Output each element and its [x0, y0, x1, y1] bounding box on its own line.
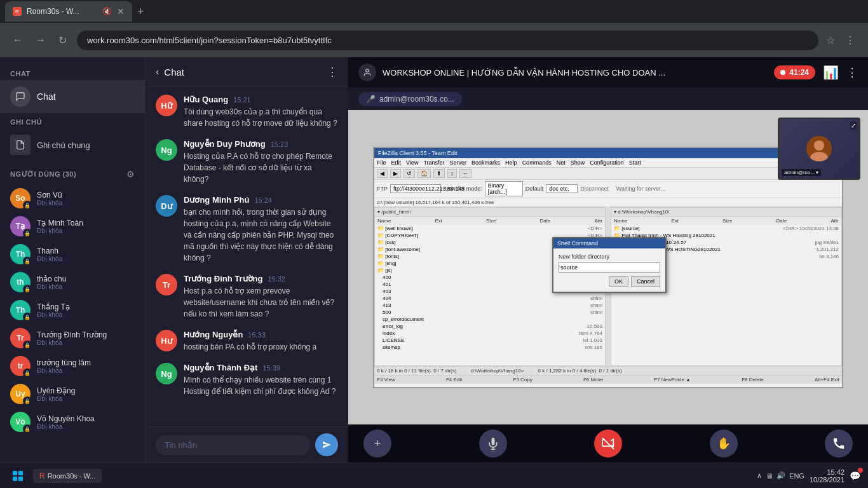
reload-button[interactable]: ↻	[56, 32, 69, 49]
msg-avatar: Hữ	[156, 95, 177, 116]
user-item[interactable]: Võ 🔒 Võ Nguyên Khoa Đbị khóa	[0, 408, 145, 436]
sidebar-note-label: Ghi chú chung	[37, 140, 90, 150]
msg-header: Nguyễn Duy Phương 15:23	[184, 139, 338, 149]
user-avatar: So 🔒	[10, 188, 31, 208]
user-avatar: Th 🔒	[10, 300, 31, 320]
user-item[interactable]: Th 🔒 Thanh Đbị khóa	[0, 240, 145, 268]
fz-statusbar: 0 k / 18 k in 0 / 11 file(s). 0 / 7 dir(…	[374, 366, 842, 375]
presenter-label: admin@room30s.co...	[379, 95, 454, 104]
sidebar: CHAT Chat GHI CHÚ Ghi chú chung NGƯỜI DÙ…	[0, 57, 145, 463]
user-info: Tạ Minh Toàn Đbị khóa	[37, 219, 83, 234]
forward-button[interactable]: →	[33, 32, 48, 48]
chat-icon	[10, 86, 31, 107]
raise-hand-button[interactable]: ✋	[710, 430, 738, 458]
user-avatar: Uy 🔒	[10, 384, 31, 404]
msg-header: Hướng Nguyễn 15:33	[184, 330, 338, 339]
bar-chart-icon[interactable]: 📊	[823, 65, 839, 80]
user-item[interactable]: Tr 🔒 Trướng Đình Trường Đbị khóa	[0, 324, 145, 352]
taskbar-arrow-up[interactable]: ∧	[757, 471, 762, 480]
user-name: Trướng Đình Trường	[37, 330, 107, 339]
pip-expand-button[interactable]: ⤢	[850, 121, 857, 130]
chat-messages: Hữ Hữu Quang 15:21 Tôi dùng web30s của p…	[146, 87, 348, 426]
mic-icon: 🎤	[366, 95, 376, 104]
address-bar[interactable]	[77, 30, 818, 50]
lock-badge: 🔒	[23, 396, 32, 405]
sidebar-note-item[interactable]: Ghi chú chung	[0, 128, 145, 161]
chat-more-button[interactable]: ⋮	[327, 65, 338, 79]
video-header-right: 41:24 📊 ⋮	[774, 65, 858, 80]
pip-label: admin@roo... ▾	[782, 169, 821, 176]
video-main: FileZilla Client 3.55 - Team Edit _ □ ✕ …	[348, 110, 868, 424]
back-button[interactable]: ←	[10, 32, 25, 48]
user-item[interactable]: Uy 🔒 Uyên Đặng Đbị khóa	[0, 380, 145, 408]
lock-badge: 🔒	[23, 424, 32, 433]
rec-dot	[780, 70, 785, 75]
rec-time: 41:24	[789, 68, 809, 77]
msg-content: Nguyễn Duy Phương 15:23 Hosting của P.A …	[184, 139, 338, 185]
audio-button[interactable]	[479, 430, 507, 458]
user-name: Thắng Tạ	[37, 302, 70, 311]
lock-badge: 🔒	[23, 341, 32, 349]
chat-back-button[interactable]: ‹	[156, 66, 159, 78]
user-info: Thanh Đbị khóa	[37, 247, 62, 262]
msg-header: Dương Minh Phú 15:24	[184, 195, 338, 205]
fz-ok-button[interactable]: OK	[609, 276, 628, 287]
fz-dialog-input[interactable]	[559, 262, 660, 273]
user-name: Sơn Vũ	[37, 191, 62, 200]
users-settings-icon[interactable]: ⚙	[126, 169, 135, 179]
end-call-button[interactable]	[825, 430, 853, 458]
user-status: Đbị khóa	[37, 395, 75, 402]
user-name: thảo chu	[37, 274, 66, 283]
taskbar-app[interactable]: R Room30s - W...	[33, 469, 102, 483]
msg-name: Hữu Quang	[184, 95, 228, 104]
user-info: thảo chu Đbị khóa	[37, 274, 66, 290]
start-button[interactable]	[8, 466, 28, 486]
sidebar-chat-item[interactable]: Chat	[0, 80, 145, 113]
video-controls: + ✋	[348, 424, 868, 463]
user-status: Đbị khóa	[37, 423, 95, 430]
user-status: Đbị khóa	[37, 339, 107, 346]
taskbar-lang[interactable]: ENG	[789, 472, 804, 480]
chat-panel-title: Chat	[164, 67, 184, 78]
user-avatar: tr 🔒	[10, 356, 31, 376]
users-section-title: NGƯỜI DÙNG (30)	[10, 170, 76, 179]
video-more-button[interactable]: ⋮	[846, 65, 858, 79]
users-header: NGƯỜI DÙNG (30) ⚙	[0, 161, 145, 184]
video-toggle-button[interactable]	[594, 430, 622, 458]
taskbar-network-icon[interactable]: 🖥	[766, 472, 773, 480]
user-item[interactable]: So 🔒 Sơn Vũ Đbị khóa	[0, 184, 145, 212]
msg-time: 15:39	[262, 364, 280, 372]
chat-send-button[interactable]	[315, 433, 338, 456]
bookmark-button[interactable]: ☆	[826, 34, 835, 46]
user-item[interactable]: th 🔒 thảo chu Đbị khóa	[0, 268, 145, 296]
chat-input-area	[146, 426, 348, 463]
fz-cancel-button[interactable]: Cancel	[631, 276, 660, 287]
msg-content: Nguyễn Thành Đạt 15:39 Mình có thể chạy …	[184, 363, 338, 397]
windows-icon	[13, 471, 23, 481]
user-avatar: Th 🔒	[10, 244, 31, 264]
lock-badge: 🔒	[23, 201, 32, 210]
video-header-left: WORKSHOP ONLINE | HƯỚNG DẪN VẬN HÀNH HOS…	[358, 64, 665, 81]
browser-tab[interactable]: R Room30s - W... 🔇 ✕	[5, 1, 132, 22]
taskbar-icons: ∧ 🖥 🔊 ENG	[757, 471, 804, 480]
user-item[interactable]: Th 🔒 Thắng Tạ Đbị khóa	[0, 296, 145, 324]
extensions-button[interactable]: ⋮	[843, 32, 858, 49]
tab-close-button[interactable]: ✕	[117, 6, 125, 17]
tab-mute-icon[interactable]: 🔇	[102, 7, 112, 16]
user-info: Uyên Đặng Đbị khóa	[37, 386, 75, 402]
new-tab-button[interactable]: +	[132, 5, 149, 18]
user-info: Thắng Tạ Đbị khóa	[37, 302, 70, 318]
taskbar-notification[interactable]: 💬	[850, 470, 860, 482]
msg-name: Hướng Nguyễn	[184, 330, 243, 339]
user-item[interactable]: Tạ 🔒 Tạ Minh Toàn Đbị khóa	[0, 212, 145, 240]
taskbar-volume-icon[interactable]: 🔊	[776, 471, 785, 480]
chat-input[interactable]	[156, 435, 310, 455]
tab-favicon: R	[13, 7, 22, 16]
user-item[interactable]: tr 🔒 trướng tùng lâm Đbị khóa	[0, 352, 145, 380]
msg-text: Tôi dùng web30s của p.a thì chuyển qua s…	[184, 106, 338, 129]
pip-avatar	[806, 136, 832, 161]
add-button[interactable]: +	[363, 430, 391, 458]
lock-badge: 🔒	[23, 285, 32, 294]
taskbar-clock[interactable]: 15:42 10/28/2021	[810, 468, 844, 484]
chat-panel: ‹ Chat ⋮ Hữ Hữu Quang 15:21 Tôi dùng web…	[145, 57, 348, 463]
